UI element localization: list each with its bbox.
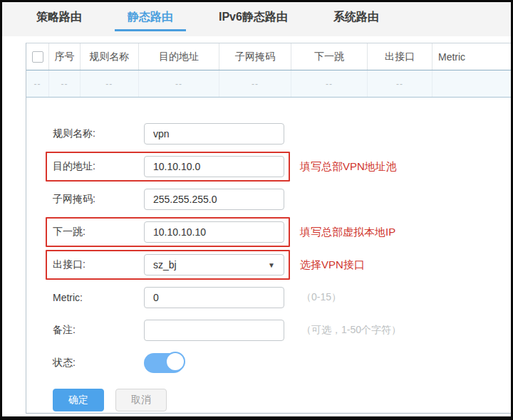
metric-hint: （0-15） [301, 291, 341, 304]
form-row-remark: 备注: （可选，1-50个字符） [46, 314, 511, 347]
tab-static-route[interactable]: 静态路由 [115, 2, 186, 31]
static-route-form: 规则名称: 目的地址: 填写总部VPN地址池 子网掩码: 下 [26, 98, 511, 414]
form-row-status: 状态: [46, 347, 511, 379]
row-cell: -- [81, 70, 139, 97]
highlight-box: 下一跳: [46, 217, 290, 247]
select-all-checkbox[interactable] [32, 51, 43, 63]
out-interface-annotation: 选择VPN接口 [300, 258, 365, 272]
remark-label: 备注: [53, 324, 144, 337]
header-cell-rule-name: 规则名称 [81, 43, 139, 70]
highlight-box: 出接口: sz_bj ▼ [46, 250, 290, 280]
tab-system-route[interactable]: 系统路由 [321, 2, 392, 31]
confirm-button[interactable]: 确定 [53, 389, 104, 411]
dest-address-input[interactable] [144, 156, 284, 177]
header-cell-dest-address: 目的地址 [139, 43, 219, 70]
form-row-subnet-mask: 子网掩码: [46, 183, 511, 216]
form-row-metric: Metric: （0-15） [46, 281, 511, 314]
highlight-box: 目的地址: [46, 152, 290, 182]
tab-ipv6-static-route[interactable]: IPv6静态路由 [206, 2, 301, 31]
route-tabs: 策略路由 静态路由 IPv6静态路由 系统路由 [2, 2, 511, 36]
header-cell-subnet-mask: 子网掩码 [219, 43, 291, 70]
status-label: 状态: [53, 357, 144, 369]
row-cell: -- [219, 70, 291, 97]
rule-name-label: 规则名称: [53, 127, 144, 140]
row-cell: -- [368, 70, 432, 97]
header-cell-next-hop: 下一跳 [291, 43, 368, 70]
form-row-rule-name: 规则名称: [46, 117, 511, 150]
form-row-next-hop: 下一跳: 填写总部虚拟本地IP [46, 216, 511, 248]
table-row: -- -- -- -- -- -- -- [26, 70, 511, 98]
dest-address-label: 目的地址: [53, 160, 144, 173]
metric-input[interactable] [144, 287, 284, 308]
static-route-panel: 序号 规则名称 目的地址 子网掩码 下一跳 出接口 Metric -- -- -… [26, 43, 511, 414]
form-row-dest-address: 目的地址: 填写总部VPN地址池 [46, 150, 511, 183]
header-cell-index: 序号 [49, 43, 80, 70]
header-cell-out-interface: 出接口 [368, 43, 432, 70]
subnet-mask-input[interactable] [144, 189, 284, 210]
dropdown-arrow-icon: ▼ [268, 261, 275, 269]
header-cell-checkbox [26, 43, 49, 70]
row-cell: -- [49, 70, 80, 97]
out-interface-select[interactable]: sz_bj ▼ [144, 254, 284, 275]
next-hop-annotation: 填写总部虚拟本地IP [300, 226, 395, 239]
out-interface-value: sz_bj [153, 259, 177, 271]
dest-address-annotation: 填写总部VPN地址池 [300, 160, 397, 174]
remark-hint: （可选，1-50个字符） [301, 324, 401, 337]
status-toggle[interactable] [144, 353, 184, 373]
row-cell: -- [291, 70, 368, 97]
remark-input[interactable] [144, 320, 284, 341]
next-hop-label: 下一跳: [53, 226, 144, 238]
row-cell: -- [139, 70, 219, 97]
toggle-knob [165, 352, 185, 372]
rule-name-input[interactable] [144, 123, 284, 145]
subnet-mask-label: 子网掩码: [53, 193, 144, 206]
metric-label: Metric: [53, 292, 144, 303]
row-cell: -- [26, 70, 49, 97]
router-config-window: 策略路由 静态路由 IPv6静态路由 系统路由 序号 规则名称 目的地址 子网掩… [0, 0, 513, 420]
cancel-button[interactable]: 取消 [115, 389, 167, 411]
out-interface-label: 出接口: [53, 258, 144, 271]
next-hop-input[interactable] [144, 221, 284, 243]
route-table-header: 序号 规则名称 目的地址 子网掩码 下一跳 出接口 Metric [26, 43, 511, 70]
header-cell-metric: Metric [432, 43, 511, 70]
form-row-buttons: 确定 取消 [46, 384, 511, 414]
tab-policy-route[interactable]: 策略路由 [24, 2, 95, 31]
row-cell [432, 70, 511, 97]
form-row-out-interface: 出接口: sz_bj ▼ 选择VPN接口 [46, 248, 511, 281]
